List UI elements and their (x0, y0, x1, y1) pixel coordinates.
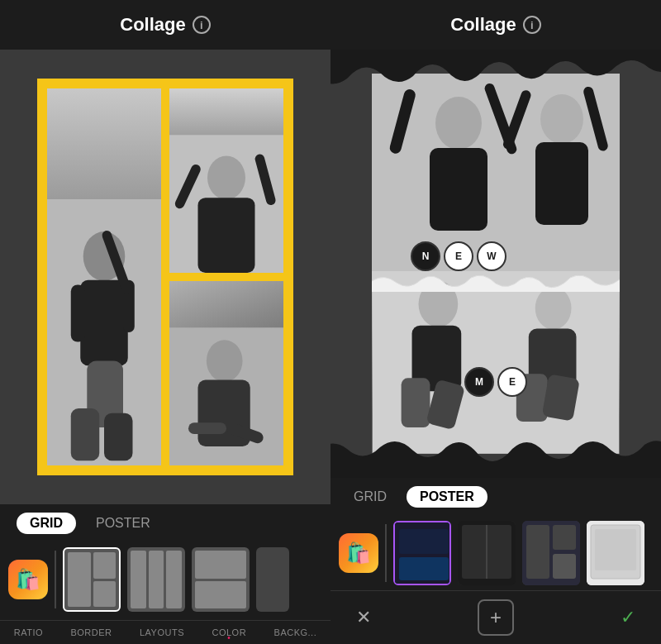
svg-rect-17 (188, 422, 226, 434)
photo-placeholder-2 (169, 88, 283, 273)
left-header: Collage i (0, 0, 330, 50)
svg-rect-7 (71, 408, 100, 460)
svg-rect-11 (198, 198, 255, 273)
confirm-button[interactable]: ✓ (611, 601, 644, 634)
nav-tab-border[interactable]: BORDER (70, 627, 112, 637)
tab-grid-right[interactable]: GRID (347, 486, 393, 508)
svg-rect-31 (402, 378, 430, 427)
tab-poster-left[interactable]: POSTER (89, 513, 157, 534)
right-template-row: 🛍️ (330, 516, 661, 590)
poster-thumb-bg-1 (395, 522, 449, 584)
svg-rect-3 (71, 285, 85, 342)
photo-placeholder-3 (169, 281, 283, 465)
collage-grid-frame (37, 79, 293, 475)
right-bottom-bar: GRID POSTER 🛍️ (330, 478, 661, 644)
svg-rect-46 (553, 554, 576, 579)
left-canvas (0, 50, 330, 504)
right-panel: Collage i (330, 0, 661, 644)
photo-cell-2[interactable] (169, 88, 283, 273)
shop-icon-left[interactable]: 🛍️ (8, 560, 48, 599)
left-mode-tabs: GRID POSTER (0, 513, 330, 534)
svg-rect-49 (595, 529, 636, 570)
photo-cell-3[interactable] (169, 281, 283, 465)
tab-grid-left[interactable]: GRID (17, 513, 76, 534)
thumb-cell (166, 551, 182, 608)
svg-rect-2 (80, 280, 128, 366)
svg-rect-8 (104, 413, 133, 461)
svg-rect-38 (399, 529, 449, 554)
badge-e2: E (497, 367, 527, 397)
photo-placeholder-1 (47, 88, 161, 465)
svg-rect-45 (553, 525, 576, 550)
thumb-cell (149, 551, 164, 608)
svg-rect-39 (399, 557, 449, 580)
poster-thumb-2[interactable] (458, 521, 516, 585)
badge-w: W (477, 241, 506, 271)
svg-point-33 (535, 287, 572, 330)
right-title: Collage (450, 14, 516, 36)
divider-left (55, 551, 56, 608)
nav-tab-layouts[interactable]: LAYOUTS (140, 627, 184, 637)
thumb-cell (68, 552, 91, 607)
svg-point-20 (435, 97, 482, 150)
right-canvas: N E W (330, 50, 661, 478)
poster-thumb-bg-2 (458, 521, 516, 585)
nav-tab-background[interactable]: BACKG... (274, 627, 317, 637)
left-panel: Collage i (0, 0, 330, 644)
left-template-row: 🛍️ (0, 542, 330, 617)
svg-rect-25 (535, 142, 588, 225)
template-thumb-3[interactable] (192, 547, 250, 612)
poster-thumb-4[interactable] (587, 521, 644, 585)
left-info-icon[interactable]: i (193, 16, 211, 34)
right-header: Collage i (330, 0, 661, 50)
poster-thumb-1[interactable] (393, 521, 451, 585)
nav-tab-color[interactable]: COLOR (212, 627, 246, 637)
svg-point-15 (207, 340, 243, 382)
add-button[interactable]: + (478, 599, 514, 636)
template-thumb-2[interactable] (127, 547, 185, 612)
template-thumb-1[interactable] (63, 547, 121, 612)
svg-rect-44 (526, 525, 549, 579)
right-info-icon[interactable]: i (523, 16, 541, 34)
poster-thumb-bg-3 (522, 521, 580, 585)
new-badges: N E W (411, 241, 506, 271)
svg-point-10 (207, 156, 245, 200)
thumb-cell (131, 551, 146, 608)
divider-right (385, 524, 387, 582)
svg-rect-21 (430, 148, 487, 231)
template-thumb-partial[interactable] (256, 547, 289, 612)
tab-poster-right[interactable]: POSTER (407, 486, 487, 508)
left-bottom-bar: GRID POSTER 🛍️ (0, 504, 330, 644)
thumb-cell (195, 581, 246, 609)
thumb-cell (195, 551, 246, 579)
badge-m: M (464, 367, 494, 397)
poster-thumb-3[interactable] (522, 521, 580, 585)
svg-point-24 (540, 94, 583, 144)
close-button[interactable]: ✕ (347, 601, 380, 634)
thumb-cell (93, 581, 117, 608)
right-mode-tabs: GRID POSTER (330, 486, 661, 508)
action-bar: ✕ + ✓ (330, 590, 661, 644)
left-title: Collage (120, 14, 185, 36)
nav-tab-ratio[interactable]: RATIO (14, 627, 43, 637)
poster-thumb-bg-4 (587, 521, 644, 585)
thumb-cell (93, 552, 117, 579)
photo-cell-1[interactable] (47, 88, 161, 465)
me-badges: M E (464, 367, 527, 397)
badge-n: N (411, 241, 440, 271)
left-nav-tabs: RATIO BORDER LAYOUTS COLOR BACKG... (0, 620, 330, 644)
poster-photo-bottom[interactable] (372, 271, 620, 454)
shop-icon-right[interactable]: 🛍️ (339, 533, 378, 573)
poster-frame: N E W (372, 74, 620, 454)
badge-e: E (444, 241, 473, 271)
